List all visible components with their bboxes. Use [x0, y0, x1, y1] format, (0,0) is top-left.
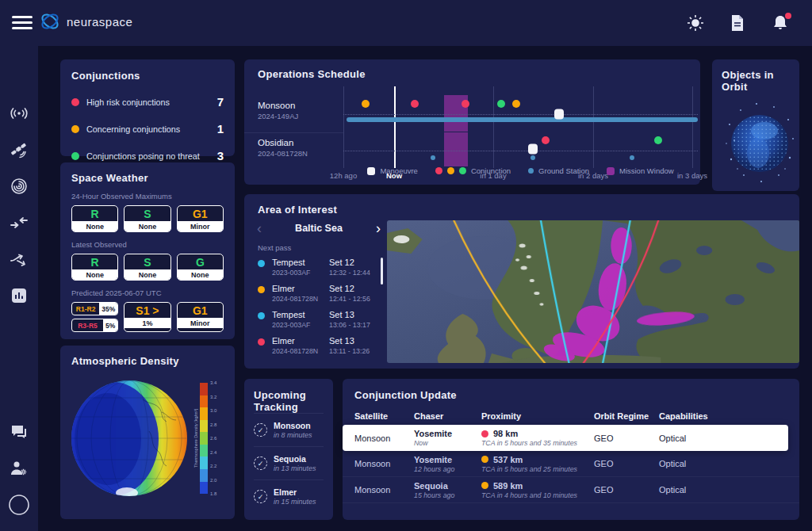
- next-region-chevron[interactable]: ›: [371, 221, 385, 235]
- orbit-globe: [722, 93, 799, 188]
- scale-code: S1 >: [124, 303, 170, 318]
- cell-orbit-regime: GEO: [594, 434, 659, 443]
- dashboard: neuraspace: [0, 0, 812, 531]
- time-gridline: [343, 86, 344, 168]
- radar-orbit-icon[interactable]: [0, 168, 38, 204]
- conjunction-marker[interactable]: [462, 100, 469, 108]
- ground_station-marker[interactable]: [630, 155, 634, 160]
- avatar-circle[interactable]: [0, 487, 38, 523]
- density-colorbar: Thermosphere Density [kg/m³] 3.43.23.02.…: [193, 380, 216, 496]
- panel-title: Area of Interest: [258, 204, 337, 216]
- notifications-bell-icon[interactable]: [772, 14, 790, 32]
- brand[interactable]: neuraspace: [40, 11, 132, 32]
- tracking-satellite: Sequoia: [274, 454, 316, 464]
- no-threat-dot: [71, 152, 79, 160]
- pass-list: Tempest2023-003AF Set 1212:32 - 12:44 El…: [258, 258, 385, 362]
- ground_station-marker[interactable]: [530, 155, 535, 160]
- pass-satellite: Tempest: [272, 310, 329, 319]
- scale-code: S: [124, 254, 170, 269]
- upcoming-tracking-panel: Upcoming Tracking ✓ Monsoonin 8 minutes …: [244, 379, 333, 520]
- pass-satellite-id: 2024-081728N: [272, 295, 329, 303]
- time-gridline: [692, 86, 693, 168]
- satellite-icon[interactable]: [0, 132, 38, 168]
- conjunction-stat-row: Conjunctions posing no threat 3: [71, 149, 224, 162]
- chip-code: R3-R5: [72, 319, 103, 331]
- manoeuvre-marker[interactable]: [554, 109, 564, 120]
- report-document-icon[interactable]: [730, 14, 747, 32]
- satellite-name: Obsidian: [258, 138, 337, 147]
- panel-title: Conjunctions: [71, 70, 224, 82]
- schedule-row-label: Monsoon 2024-149AJ: [258, 101, 337, 120]
- proximity-risk-dot: [481, 482, 488, 489]
- satellite-id: 2024-149AJ: [258, 112, 337, 120]
- cell-chaser: Yosemite: [414, 455, 452, 464]
- user-settings-icon[interactable]: [0, 450, 38, 487]
- sidebar: [0, 46, 38, 531]
- pass-list-scrollbar[interactable]: [381, 258, 383, 285]
- cell-chaser-time: 12 hours ago: [414, 465, 481, 473]
- cell-proximity: 537 km: [493, 455, 523, 464]
- pass-satellite: Elmer: [272, 336, 329, 346]
- scale-status: None: [124, 269, 170, 280]
- ground-station-track-bar[interactable]: [347, 117, 698, 122]
- table-row[interactable]: Monsoon YosemiteNow 98 kmTCA in 5 hours …: [343, 425, 788, 451]
- theme-sun-icon[interactable]: [687, 14, 704, 32]
- tracking-item[interactable]: ✓ Sequoiain 13 minutes: [254, 446, 324, 479]
- scale-code: R: [72, 206, 117, 221]
- chat-icon[interactable]: [0, 414, 38, 450]
- tracking-eta: in 13 minutes: [274, 464, 316, 472]
- pass-item[interactable]: Tempest2023-003AF Set 1313:06 - 13:17: [258, 310, 385, 329]
- ground_station-marker[interactable]: [431, 155, 435, 160]
- schedule-timeline: [343, 86, 698, 168]
- conjunction-marker[interactable]: [654, 136, 662, 144]
- stat-value: 7: [217, 95, 224, 109]
- pass-time: 13:11 - 13:26: [329, 347, 370, 355]
- cell-chaser-time: Now: [414, 439, 481, 447]
- previous-region-chevron[interactable]: ‹: [252, 221, 266, 235]
- pass-status-dot: [258, 338, 265, 346]
- menu-hamburger-icon[interactable]: [12, 16, 33, 30]
- weather-scale-box: G None: [177, 254, 224, 281]
- conjunction-marker[interactable]: [497, 100, 505, 108]
- tracking-item[interactable]: ✓ Elmerin 15 minutes: [254, 479, 324, 513]
- manoeuvre-legend-icon: [367, 167, 375, 175]
- converge-arrows-icon[interactable]: [0, 204, 38, 241]
- row-baseline: [343, 114, 698, 115]
- conjunction-marker[interactable]: [542, 136, 550, 144]
- conjunction-marker[interactable]: [411, 100, 419, 108]
- table-row[interactable]: Monsoon Sequoia15 hours ago 589 kmTCA in…: [343, 477, 799, 503]
- pass-satellite-id: 2023-003AF: [272, 269, 329, 277]
- density-globe: [67, 376, 192, 501]
- weather-scale-box: G1 Minor: [177, 302, 224, 332]
- cell-orbit-regime: GEO: [594, 485, 659, 495]
- tracking-item[interactable]: ✓ Monsoonin 8 minutes: [254, 413, 324, 446]
- pass-set: Set 12: [329, 258, 370, 267]
- predicted-chip: R1-R2 35%: [71, 302, 118, 315]
- manoeuvre-marker[interactable]: [528, 144, 538, 155]
- mission-window[interactable]: [444, 132, 468, 167]
- concerning-dot: [71, 125, 79, 133]
- conjunction-marker[interactable]: [512, 100, 520, 108]
- baltic-sea-map[interactable]: [387, 220, 799, 363]
- broadcast-icon[interactable]: [0, 95, 38, 132]
- brand-name: neuraspace: [67, 15, 132, 29]
- table-row[interactable]: Monsoon Yosemite12 hours ago 537 kmTCA i…: [343, 451, 799, 477]
- conjunction-marker[interactable]: [362, 100, 370, 108]
- conjunction-stat-row: High risk conjunctions 7: [71, 95, 224, 109]
- pass-status-dot: [258, 260, 265, 267]
- pass-item[interactable]: Tempest2023-003AF Set 1212:32 - 12:44: [258, 258, 385, 277]
- notification-badge: [785, 13, 791, 19]
- region-name[interactable]: Baltic Sea: [295, 223, 343, 234]
- maneuver-split-icon[interactable]: [0, 241, 38, 277]
- cell-tca: TCA in 5 hours and 25 minutes: [481, 465, 594, 473]
- high-risk-dot: [71, 98, 79, 106]
- scale-status: None: [124, 221, 170, 231]
- pass-item[interactable]: Elmer2024-081728N Set 1313:11 - 13:26: [258, 336, 385, 355]
- pass-status-dot: [258, 286, 265, 293]
- scale-status: Minor: [178, 221, 223, 231]
- bar-chart-icon[interactable]: [0, 277, 38, 314]
- pass-item[interactable]: Elmer2024-081728N Set 1212:41 - 12:56: [258, 284, 385, 303]
- table-header-row: Satellite Chaser Proximity Orbit Regime …: [343, 407, 799, 425]
- chip-value: 35%: [99, 303, 117, 315]
- stat-value: 3: [217, 149, 224, 162]
